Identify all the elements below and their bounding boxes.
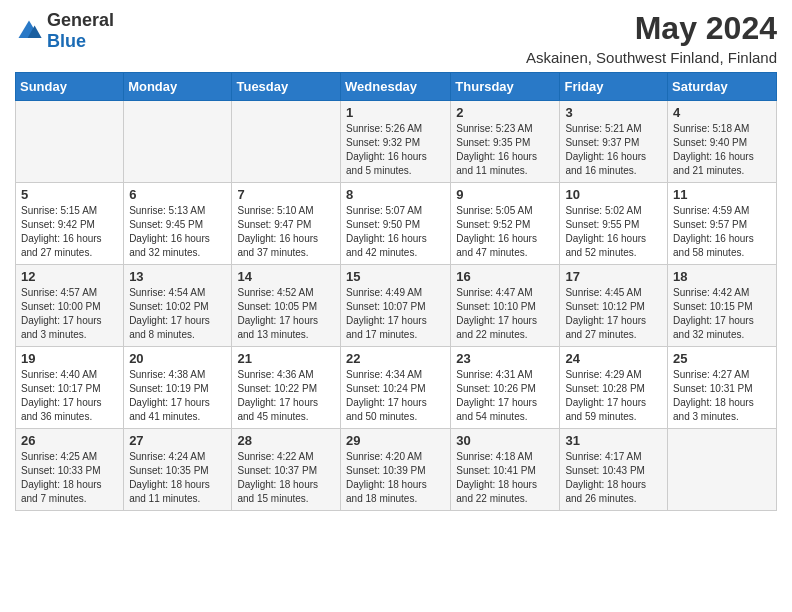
day-number: 2 (456, 105, 554, 120)
calendar-header-saturday: Saturday (668, 73, 777, 101)
calendar-cell: 31Sunrise: 4:17 AM Sunset: 10:43 PM Dayl… (560, 429, 668, 511)
calendar-cell: 5Sunrise: 5:15 AM Sunset: 9:42 PM Daylig… (16, 183, 124, 265)
main-title: May 2024 (526, 10, 777, 47)
day-number: 14 (237, 269, 335, 284)
subtitle: Askainen, Southwest Finland, Finland (526, 49, 777, 66)
calendar-cell: 13Sunrise: 4:54 AM Sunset: 10:02 PM Dayl… (124, 265, 232, 347)
day-number: 30 (456, 433, 554, 448)
day-number: 26 (21, 433, 118, 448)
calendar-cell: 20Sunrise: 4:38 AM Sunset: 10:19 PM Dayl… (124, 347, 232, 429)
day-info: Sunrise: 4:54 AM Sunset: 10:02 PM Daylig… (129, 286, 226, 342)
day-number: 15 (346, 269, 445, 284)
calendar-cell: 9Sunrise: 5:05 AM Sunset: 9:52 PM Daylig… (451, 183, 560, 265)
day-number: 22 (346, 351, 445, 366)
day-number: 29 (346, 433, 445, 448)
day-number: 16 (456, 269, 554, 284)
day-number: 7 (237, 187, 335, 202)
calendar-cell (124, 101, 232, 183)
day-info: Sunrise: 4:18 AM Sunset: 10:41 PM Daylig… (456, 450, 554, 506)
day-number: 20 (129, 351, 226, 366)
day-number: 11 (673, 187, 771, 202)
day-info: Sunrise: 4:40 AM Sunset: 10:17 PM Daylig… (21, 368, 118, 424)
day-info: Sunrise: 4:59 AM Sunset: 9:57 PM Dayligh… (673, 204, 771, 260)
day-number: 6 (129, 187, 226, 202)
day-info: Sunrise: 4:22 AM Sunset: 10:37 PM Daylig… (237, 450, 335, 506)
day-info: Sunrise: 4:29 AM Sunset: 10:28 PM Daylig… (565, 368, 662, 424)
day-number: 21 (237, 351, 335, 366)
calendar-cell: 17Sunrise: 4:45 AM Sunset: 10:12 PM Dayl… (560, 265, 668, 347)
calendar-cell (668, 429, 777, 511)
day-info: Sunrise: 4:57 AM Sunset: 10:00 PM Daylig… (21, 286, 118, 342)
calendar-cell: 28Sunrise: 4:22 AM Sunset: 10:37 PM Dayl… (232, 429, 341, 511)
day-info: Sunrise: 4:47 AM Sunset: 10:10 PM Daylig… (456, 286, 554, 342)
day-info: Sunrise: 4:38 AM Sunset: 10:19 PM Daylig… (129, 368, 226, 424)
calendar-cell: 8Sunrise: 5:07 AM Sunset: 9:50 PM Daylig… (341, 183, 451, 265)
calendar-cell: 11Sunrise: 4:59 AM Sunset: 9:57 PM Dayli… (668, 183, 777, 265)
calendar-cell: 3Sunrise: 5:21 AM Sunset: 9:37 PM Daylig… (560, 101, 668, 183)
logo: General Blue (15, 10, 114, 52)
day-info: Sunrise: 5:15 AM Sunset: 9:42 PM Dayligh… (21, 204, 118, 260)
calendar-cell: 29Sunrise: 4:20 AM Sunset: 10:39 PM Dayl… (341, 429, 451, 511)
logo-blue: Blue (47, 31, 86, 51)
calendar-cell: 16Sunrise: 4:47 AM Sunset: 10:10 PM Dayl… (451, 265, 560, 347)
calendar-week-3: 12Sunrise: 4:57 AM Sunset: 10:00 PM Dayl… (16, 265, 777, 347)
day-info: Sunrise: 5:26 AM Sunset: 9:32 PM Dayligh… (346, 122, 445, 178)
day-info: Sunrise: 4:31 AM Sunset: 10:26 PM Daylig… (456, 368, 554, 424)
day-number: 17 (565, 269, 662, 284)
day-info: Sunrise: 4:25 AM Sunset: 10:33 PM Daylig… (21, 450, 118, 506)
calendar-header-friday: Friday (560, 73, 668, 101)
day-number: 13 (129, 269, 226, 284)
calendar-header-tuesday: Tuesday (232, 73, 341, 101)
day-info: Sunrise: 4:49 AM Sunset: 10:07 PM Daylig… (346, 286, 445, 342)
calendar-week-5: 26Sunrise: 4:25 AM Sunset: 10:33 PM Dayl… (16, 429, 777, 511)
calendar-week-1: 1Sunrise: 5:26 AM Sunset: 9:32 PM Daylig… (16, 101, 777, 183)
calendar-cell: 26Sunrise: 4:25 AM Sunset: 10:33 PM Dayl… (16, 429, 124, 511)
calendar-cell: 14Sunrise: 4:52 AM Sunset: 10:05 PM Dayl… (232, 265, 341, 347)
calendar-cell: 22Sunrise: 4:34 AM Sunset: 10:24 PM Dayl… (341, 347, 451, 429)
calendar-cell: 7Sunrise: 5:10 AM Sunset: 9:47 PM Daylig… (232, 183, 341, 265)
calendar-header-monday: Monday (124, 73, 232, 101)
day-info: Sunrise: 5:13 AM Sunset: 9:45 PM Dayligh… (129, 204, 226, 260)
calendar-cell: 24Sunrise: 4:29 AM Sunset: 10:28 PM Dayl… (560, 347, 668, 429)
day-number: 19 (21, 351, 118, 366)
day-info: Sunrise: 5:10 AM Sunset: 9:47 PM Dayligh… (237, 204, 335, 260)
calendar-week-4: 19Sunrise: 4:40 AM Sunset: 10:17 PM Dayl… (16, 347, 777, 429)
calendar-cell: 27Sunrise: 4:24 AM Sunset: 10:35 PM Dayl… (124, 429, 232, 511)
day-info: Sunrise: 5:07 AM Sunset: 9:50 PM Dayligh… (346, 204, 445, 260)
day-info: Sunrise: 5:02 AM Sunset: 9:55 PM Dayligh… (565, 204, 662, 260)
calendar-header-wednesday: Wednesday (341, 73, 451, 101)
day-number: 3 (565, 105, 662, 120)
calendar-week-2: 5Sunrise: 5:15 AM Sunset: 9:42 PM Daylig… (16, 183, 777, 265)
day-info: Sunrise: 4:17 AM Sunset: 10:43 PM Daylig… (565, 450, 662, 506)
title-area: May 2024 Askainen, Southwest Finland, Fi… (526, 10, 777, 66)
calendar-cell: 10Sunrise: 5:02 AM Sunset: 9:55 PM Dayli… (560, 183, 668, 265)
calendar-cell: 19Sunrise: 4:40 AM Sunset: 10:17 PM Dayl… (16, 347, 124, 429)
day-info: Sunrise: 5:23 AM Sunset: 9:35 PM Dayligh… (456, 122, 554, 178)
day-number: 10 (565, 187, 662, 202)
day-info: Sunrise: 4:27 AM Sunset: 10:31 PM Daylig… (673, 368, 771, 424)
calendar-cell: 18Sunrise: 4:42 AM Sunset: 10:15 PM Dayl… (668, 265, 777, 347)
calendar-cell (232, 101, 341, 183)
calendar-cell: 2Sunrise: 5:23 AM Sunset: 9:35 PM Daylig… (451, 101, 560, 183)
logo-text: General Blue (47, 10, 114, 52)
day-number: 28 (237, 433, 335, 448)
day-number: 27 (129, 433, 226, 448)
day-info: Sunrise: 4:42 AM Sunset: 10:15 PM Daylig… (673, 286, 771, 342)
day-info: Sunrise: 4:20 AM Sunset: 10:39 PM Daylig… (346, 450, 445, 506)
day-number: 12 (21, 269, 118, 284)
calendar-table: SundayMondayTuesdayWednesdayThursdayFrid… (15, 72, 777, 511)
calendar-cell: 12Sunrise: 4:57 AM Sunset: 10:00 PM Dayl… (16, 265, 124, 347)
calendar-header-sunday: Sunday (16, 73, 124, 101)
calendar-cell: 25Sunrise: 4:27 AM Sunset: 10:31 PM Dayl… (668, 347, 777, 429)
calendar-cell: 15Sunrise: 4:49 AM Sunset: 10:07 PM Dayl… (341, 265, 451, 347)
day-info: Sunrise: 4:52 AM Sunset: 10:05 PM Daylig… (237, 286, 335, 342)
logo-icon (15, 17, 43, 45)
day-info: Sunrise: 4:45 AM Sunset: 10:12 PM Daylig… (565, 286, 662, 342)
calendar-cell: 21Sunrise: 4:36 AM Sunset: 10:22 PM Dayl… (232, 347, 341, 429)
calendar-cell (16, 101, 124, 183)
day-info: Sunrise: 4:24 AM Sunset: 10:35 PM Daylig… (129, 450, 226, 506)
day-number: 1 (346, 105, 445, 120)
calendar-header-row: SundayMondayTuesdayWednesdayThursdayFrid… (16, 73, 777, 101)
day-number: 18 (673, 269, 771, 284)
day-number: 5 (21, 187, 118, 202)
